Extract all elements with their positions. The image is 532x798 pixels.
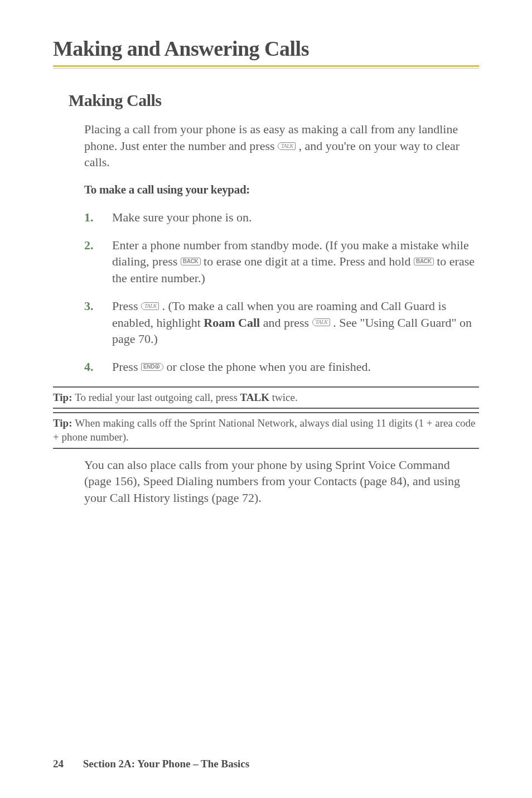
tip-block-1: Tip: To redial your last outgoing call, … [53,386,479,409]
list-item-1: 1. Make sure your phone is on. [84,209,479,226]
back-key-icon: BACK [181,258,201,265]
tip-text: When making calls off the Sprint Nationa… [53,417,476,443]
tip-label: Tip: [53,417,75,429]
tip-text: twice. [272,391,298,403]
numbered-list: 1. Make sure your phone is on. 2. Enter … [84,209,479,375]
list-item-4: 4. Press END⦿ or close the phone when yo… [84,359,479,375]
sub-heading: Making Calls [69,91,479,110]
text: Press [112,360,141,374]
list-item-2: 2. Enter a phone number from standby mod… [84,237,479,287]
list-content: Enter a phone number from standby mode. … [112,237,479,287]
list-number: 4. [84,359,112,375]
main-heading: Making and Answering Calls [53,36,479,61]
talk-key-icon: TALK [278,142,296,150]
heading-underline-gray [53,68,479,69]
instruction-heading: To make a call using your keypad: [84,183,479,197]
list-number: 3. [84,298,112,347]
text: or close the phone when you are finished… [166,360,371,374]
tip-text: To redial your last outgoing call, press [75,391,240,403]
tip-label: Tip: [53,391,75,403]
list-number: 2. [84,237,112,287]
text: to erase one digit at a time. Press and … [204,254,414,268]
talk-key-icon: TALK [312,318,330,326]
roam-call-bold: Roam Call [204,316,260,330]
heading-underline-yellow [53,65,479,67]
list-item-3: 3. Press TALK . (To make a call when you… [84,298,479,347]
back-key-icon: BACK [414,258,434,265]
page-footer: 24 Section 2A: Your Phone – The Basics [53,758,249,770]
intro-paragraph: Placing a call from your phone is as eas… [84,121,479,171]
end-key-icon: END⦿ [141,363,163,371]
talk-key-icon: TALK [141,302,159,310]
list-content: Press TALK . (To make a call when you ar… [112,298,479,347]
tip-block-2: Tip: When making calls off the Sprint Na… [53,412,479,448]
list-number: 1. [84,209,112,226]
section-label: Section 2A: Your Phone – The Basics [83,758,249,770]
text: and press [263,316,312,330]
list-content: Press END⦿ or close the phone when you a… [112,359,479,375]
list-content: Make sure your phone is on. [112,209,479,226]
talk-bold: TALK [240,391,269,403]
text: Press [112,299,141,313]
closing-paragraph: You can also place calls from your phone… [84,457,479,506]
page-number: 24 [53,758,64,770]
